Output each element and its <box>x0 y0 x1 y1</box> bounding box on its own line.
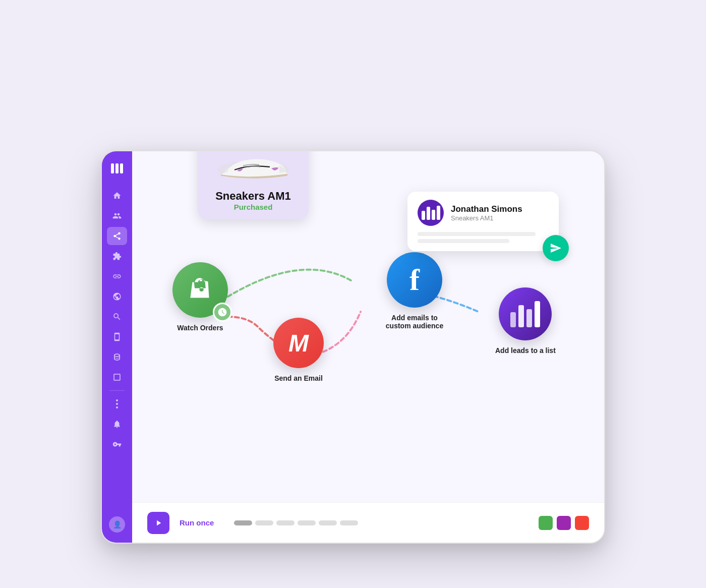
sidebar-item-link[interactable] <box>107 267 127 285</box>
sidebar-item-home[interactable] <box>107 187 127 205</box>
node-watch-orders[interactable]: Watch Orders <box>172 262 228 332</box>
logo <box>109 160 125 177</box>
send-email-icon: M <box>273 318 324 368</box>
svg-point-4 <box>116 403 118 405</box>
dot-1 <box>234 520 252 525</box>
svg-point-5 <box>116 406 118 408</box>
crm-card: Jonathan Simons Sneakers AM1 <box>407 192 559 251</box>
sidebar-divider <box>109 390 125 391</box>
sidebar: 👤 <box>102 151 132 543</box>
sidebar-item-share[interactable] <box>107 227 127 245</box>
sidebar-item-user-avatar[interactable]: 👤 <box>107 515 127 534</box>
sneaker-image <box>213 151 293 185</box>
progress-dots <box>234 520 358 525</box>
run-once-button[interactable] <box>147 512 169 534</box>
laptop-container: 👤 <box>101 150 605 544</box>
svg-point-3 <box>116 399 118 401</box>
sidebar-item-database[interactable] <box>107 348 127 366</box>
dot-5 <box>319 520 337 525</box>
svg-rect-2 <box>120 163 123 173</box>
color-squares <box>539 516 589 530</box>
color-green <box>539 516 553 530</box>
crm-logo-avatar <box>418 200 444 226</box>
color-red <box>575 516 589 530</box>
sidebar-item-cube[interactable] <box>107 368 127 386</box>
dot-3 <box>276 520 295 525</box>
facebook-icon: f <box>387 252 442 308</box>
facebook-label: Add emails to custom audience <box>379 314 450 330</box>
sneaker-status: Purchased <box>206 203 301 211</box>
crm-line-2 <box>418 239 509 243</box>
sidebar-item-search[interactable] <box>107 308 127 326</box>
dot-6 <box>340 520 358 525</box>
bars-chart-icon <box>510 301 540 327</box>
crm-contact-name: Jonathan Simons <box>451 204 522 214</box>
sneaker-title: Sneakers AM1 <box>206 190 301 203</box>
sidebar-item-key[interactable] <box>107 435 127 453</box>
send-button[interactable] <box>543 235 569 261</box>
sidebar-item-people[interactable] <box>107 207 127 225</box>
dot-2 <box>255 520 273 525</box>
main-scene: 👤 <box>76 29 630 559</box>
workflow-canvas: Watch Orders M Send an Email f Add email… <box>132 151 604 502</box>
crm-contact-info: Jonathan Simons Sneakers AM1 <box>451 204 522 222</box>
leads-icon <box>499 287 552 340</box>
crm-line-1 <box>418 232 536 236</box>
clock-badge <box>213 303 232 322</box>
crm-contact-product: Sneakers AM1 <box>451 214 522 222</box>
node-leads[interactable]: Add leads to a list <box>495 287 556 355</box>
color-purple <box>557 516 571 530</box>
sidebar-item-mobile[interactable] <box>107 328 127 346</box>
watch-orders-label: Watch Orders <box>177 324 223 332</box>
sidebar-item-globe[interactable] <box>107 287 127 306</box>
svg-rect-1 <box>115 163 119 173</box>
send-email-label: Send an Email <box>274 374 323 382</box>
node-facebook[interactable]: f Add emails to custom audience <box>379 252 450 330</box>
node-send-email[interactable]: M Send an Email <box>273 318 324 382</box>
main-canvas: Watch Orders M Send an Email f Add email… <box>132 151 604 543</box>
watch-orders-icon <box>172 262 228 318</box>
gmail-m-letter: M <box>288 329 309 357</box>
bottom-bar: Run once <box>132 502 604 543</box>
svg-rect-0 <box>111 163 114 173</box>
sidebar-item-puzzle[interactable] <box>107 247 127 265</box>
sidebar-item-dots[interactable] <box>107 395 127 413</box>
leads-label: Add leads to a list <box>495 346 556 355</box>
run-once-label: Run once <box>180 518 214 527</box>
dot-4 <box>298 520 316 525</box>
sidebar-item-bell[interactable] <box>107 415 127 433</box>
facebook-f-letter: f <box>409 263 420 298</box>
